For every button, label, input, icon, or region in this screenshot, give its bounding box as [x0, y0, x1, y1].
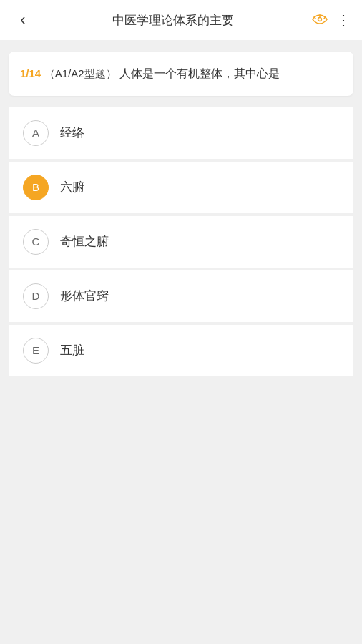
option-item[interactable]: B六腑 [9, 162, 353, 213]
question-body: 人体是一个有机整体，其中心是 [119, 67, 280, 79]
back-icon: ‹ [20, 11, 25, 29]
option-label-c: 奇恒之腑 [60, 233, 109, 250]
question-type: （A1/A2型题） [44, 67, 117, 79]
option-circle-a: A [23, 120, 49, 146]
option-circle-b: B [23, 175, 49, 200]
header-actions: ⋮ [312, 11, 351, 29]
eye-icon[interactable] [312, 13, 328, 28]
back-button[interactable]: ‹ [11, 11, 34, 29]
option-label-e: 五脏 [60, 342, 84, 358]
question-card: 1/14 （A1/A2型题） 人体是一个有机整体，其中心是 [9, 52, 353, 96]
question-number: 1/14 [20, 67, 41, 79]
option-item[interactable]: E五脏 [9, 325, 353, 376]
question-text: 1/14 （A1/A2型题） 人体是一个有机整体，其中心是 [20, 64, 342, 83]
option-item[interactable]: A经络 [9, 107, 353, 159]
option-circle-d: D [23, 283, 49, 309]
options-list: A经络B六腑C奇恒之腑D形体官窍E五脏 [9, 107, 353, 376]
header: ‹ 中医学理论体系的主要 ⋮ [0, 0, 362, 40]
option-label-a: 经络 [60, 125, 84, 141]
page-title: 中医学理论体系的主要 [34, 12, 312, 29]
option-circle-c: C [23, 229, 49, 255]
option-circle-e: E [23, 338, 49, 364]
option-label-b: 六腑 [60, 179, 84, 195]
option-item[interactable]: D形体官窍 [9, 270, 353, 322]
more-icon[interactable]: ⋮ [336, 11, 351, 29]
option-item[interactable]: C奇恒之腑 [9, 216, 353, 268]
main-content: 1/14 （A1/A2型题） 人体是一个有机整体，其中心是 A经络B六腑C奇恒之… [0, 40, 362, 644]
svg-point-0 [318, 17, 322, 21]
option-label-d: 形体官窍 [60, 288, 109, 304]
